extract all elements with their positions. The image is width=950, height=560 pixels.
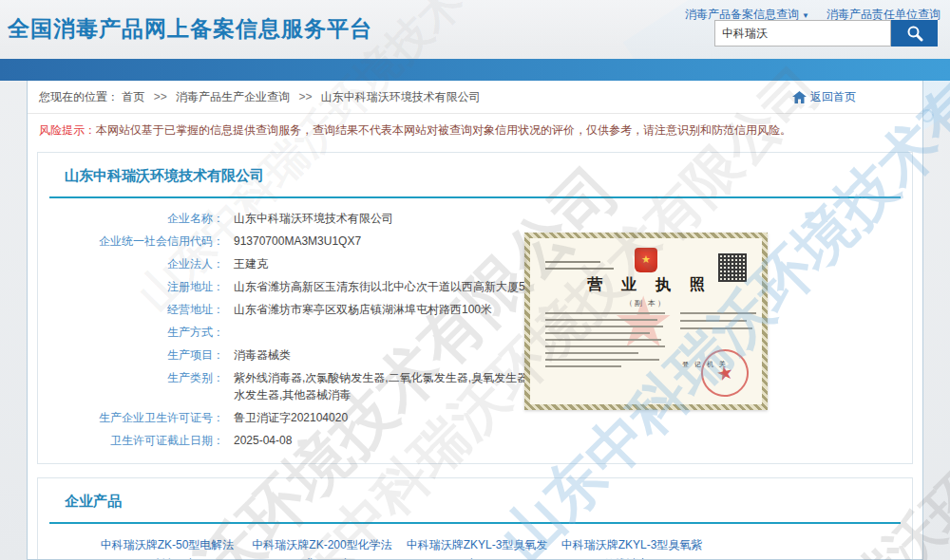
product-list: 中科瑞沃牌ZK-50型电解法次氯酸钠发生器 中科瑞沃牌ZK-200型化学法二氧化… — [38, 524, 912, 560]
products-title: 企业产品 — [38, 478, 912, 522]
info-row: 企业名称：山东中科瑞沃环境技术有限公司 — [38, 207, 912, 230]
info-label: 企业名称： — [38, 210, 224, 227]
info-label: 生产项目： — [38, 346, 224, 364]
info-row: 经营地址：山东省潍坊市寒亭区双杨店镇湖淋埠屯村路西100米 — [38, 298, 912, 321]
back-home-link[interactable]: 返回首页 — [792, 89, 856, 105]
risk-notice: 风险提示：本网站仅基于已掌握的信息提供查询服务，查询结果不代表本网站对被查询对象… — [28, 114, 922, 144]
nav-link-label: 消毒产品备案信息查询 — [685, 8, 799, 21]
info-value: 消毒器械类 — [234, 346, 291, 364]
license-text-line — [545, 261, 600, 263]
company-title: 山东中科瑞沃环境技术有限公司 — [38, 153, 912, 196]
home-icon — [792, 91, 807, 103]
info-value: 紫外线消毒器,次氯酸钠发生器,二氧化氯发生器,臭氧发生器、臭氧水发生器,其他器械… — [234, 369, 568, 403]
info-label: 企业统一社会信用代码： — [38, 233, 224, 250]
qr-code — [718, 253, 747, 282]
site-header: 全国消毒产品网上备案信息服务平台 消毒产品备案信息查询▼ 消毒产品责任单位查询 — [0, 0, 950, 59]
info-value: 2025-04-08 — [234, 432, 292, 449]
company-card: 山东中科瑞沃环境技术有限公司 企业名称：山东中科瑞沃环境技术有限公司 企业统一社… — [37, 152, 913, 464]
breadcrumb-separator: >> — [298, 90, 312, 103]
info-row: 企业法人：王建克 — [38, 252, 912, 275]
info-row: 卫生许可证截止日期：2025-04-08 — [38, 429, 912, 452]
product-link[interactable]: 中科瑞沃牌ZKYL-3型臭氧发生器 — [405, 536, 549, 560]
business-license-image: ★ 营 业 执 照 （副 本） ★ 登 记 机 关 ★ — [524, 233, 768, 410]
info-value: 鲁卫消证字202104020 — [234, 409, 348, 426]
national-emblem-icon: ★ — [635, 248, 657, 272]
breadcrumb-company-query[interactable]: 消毒产品生产企业查询 — [176, 90, 290, 103]
risk-notice-text: 本网站仅基于已掌握的信息提供查询服务，查询结果不代表本网站对被查询对象信用状况的… — [96, 123, 791, 137]
back-home-label: 返回首页 — [810, 89, 856, 105]
product-link[interactable]: 中科瑞沃牌ZK-50型电解法次氯酸钠发生器 — [95, 536, 239, 560]
breadcrumb: 您现在的位置： 首页 >> 消毒产品生产企业查询 >> 山东中科瑞沃环境技术有限… — [39, 89, 481, 105]
breadcrumb-home[interactable]: 首页 — [122, 90, 144, 103]
products-card: 企业产品 中科瑞沃牌ZK-50型电解法次氯酸钠发生器 中科瑞沃牌ZK-200型化… — [37, 477, 913, 560]
info-row: 生产方式： — [38, 321, 912, 344]
breadcrumb-row: 您现在的位置： 首页 >> 消毒产品生产企业查询 >> 山东中科瑞沃环境技术有限… — [28, 81, 922, 114]
breadcrumb-prefix: 您现在的位置： — [39, 90, 119, 103]
license-body-text — [545, 312, 667, 372]
breadcrumb-current: 山东中科瑞沃环境技术有限公司 — [321, 90, 481, 103]
main-panel: 您现在的位置： 首页 >> 消毒产品生产企业查询 >> 山东中科瑞沃环境技术有限… — [27, 81, 923, 560]
info-label: 卫生许可证截止日期： — [38, 432, 224, 449]
license-text-line — [545, 268, 614, 270]
product-link[interactable]: 中科瑞沃牌ZK-200型化学法二氧化氯发生器 — [250, 536, 394, 560]
info-row: 企业统一社会信用代码：91370700MA3M3U1QX7 — [38, 230, 912, 252]
breadcrumb-separator: >> — [154, 90, 167, 103]
info-label: 经营地址： — [38, 301, 224, 318]
page: 全国消毒产品网上备案信息服务平台 消毒产品备案信息查询▼ 消毒产品责任单位查询 … — [0, 0, 950, 560]
search-icon — [906, 25, 923, 42]
info-label: 生产方式： — [38, 324, 224, 341]
red-seal-stamp: ★ — [696, 345, 752, 401]
info-value: 王建克 — [234, 255, 268, 272]
site-title: 全国消毒产品网上备案信息服务平台 — [8, 14, 372, 44]
info-value: 91370700MA3M3U1QX7 — [234, 233, 361, 250]
info-value: 山东省潍坊高新区玉清东街以北中心次干道以西高新大厦502房间 — [234, 278, 560, 295]
info-value: 山东省潍坊市寒亭区双杨店镇湖淋埠屯村路西100米 — [234, 301, 492, 318]
info-label: 企业法人： — [38, 255, 224, 272]
license-right-text — [680, 312, 758, 335]
info-label: 注册地址： — [38, 278, 224, 295]
search-button[interactable] — [891, 20, 938, 47]
info-label: 生产类别： — [38, 369, 224, 403]
info-row: 生产项目：消毒器械类 — [38, 344, 912, 366]
product-link[interactable]: 中科瑞沃牌ZKYL-3型臭氧紫外线消毒器 — [560, 536, 704, 560]
chevron-down-icon: ▼ — [802, 11, 809, 20]
info-row: 注册地址：山东省潍坊高新区玉清东街以北中心次干道以西高新大厦502房间 — [38, 275, 912, 298]
info-label: 生产企业卫生许可证号： — [38, 409, 224, 426]
risk-notice-label: 风险提示： — [39, 123, 96, 137]
search-input[interactable] — [714, 20, 891, 47]
company-info: 企业名称：山东中科瑞沃环境技术有限公司 企业统一社会信用代码：91370700M… — [38, 198, 912, 463]
info-row: 生产企业卫生许可证号：鲁卫消证字202104020 — [38, 406, 912, 429]
header-bar — [0, 59, 950, 81]
license-subtitle: （副 本） — [542, 298, 750, 308]
info-row: 生产类别：紫外线消毒器,次氯酸钠发生器,二氧化氯发生器,臭氧发生器、臭氧水发生器… — [38, 366, 912, 406]
search-box — [714, 20, 938, 47]
info-value: 山东中科瑞沃环境技术有限公司 — [234, 210, 393, 227]
